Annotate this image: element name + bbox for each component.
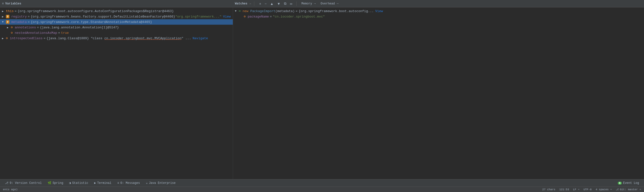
watches-add-btn[interactable]: + — [258, 1, 262, 6]
terminal-icon: ▶ — [94, 181, 96, 185]
bottom-toolbar: ⎇ 9: Version Control 🌿 Spring ◑ Statisti… — [0, 179, 644, 187]
tab-statistic[interactable]: ◑ Statistic — [66, 180, 91, 186]
icon-orange-introspected: ⊙ — [6, 36, 8, 40]
variables-title-text: Variables — [5, 2, 21, 5]
watch-paren-close: ) — [293, 9, 295, 13]
status-indent-text: 4 spaces ÷ — [596, 188, 612, 191]
expand-arrow-metadata: ▼ — [2, 20, 5, 23]
tab-messages-label: 0: Messages — [120, 181, 140, 185]
watches-remove-btn[interactable]: − — [264, 1, 268, 6]
var-value-this: {org.springframework.boot.autoconfigure.… — [18, 9, 174, 13]
expand-arrow-annotations: ▶ — [7, 26, 10, 29]
var-link-introspected[interactable]: Navigate — [192, 36, 208, 40]
var-name-introspected: introspectedClass — [10, 36, 43, 40]
watches-toolbar: + − ▲ ▼ ⧉ ∞ — [258, 1, 293, 6]
var-value-introspected: {java.lang.Class@1889} — [46, 36, 89, 40]
var-value-string-plain-introspected: "class — [89, 36, 104, 40]
status-encoding-text: UTF-8 — [584, 188, 592, 191]
watches-down-btn[interactable]: ▼ — [276, 1, 282, 6]
tab-spring-label: Spring — [53, 181, 63, 185]
icon-orange-annotations: ⊙ — [11, 25, 13, 29]
status-line-ending[interactable]: LF ÷ — [573, 188, 580, 191]
statistic-icon: ◑ — [69, 181, 71, 185]
var-equals-this: = — [14, 9, 16, 13]
watch-equals-packageName: = — [270, 15, 272, 18]
overhead-tab[interactable]: Overhead → — [320, 2, 338, 5]
tab-terminal[interactable]: ▶ Terminal — [91, 180, 114, 186]
watch-link-0[interactable]: View — [375, 9, 383, 13]
variables-panel-icon: ≡ — [2, 2, 4, 5]
tab-event-log-label: Event Log — [623, 181, 639, 185]
git-icon: ⎇ — [616, 188, 619, 191]
watches-title: Watches — [235, 2, 247, 5]
status-bar: ents ago) 27 chars 121:53 LF ÷ UTF-8 4 s… — [0, 187, 644, 192]
status-line-ending-text: LF ÷ — [573, 188, 580, 191]
status-branch-text: Git: master ÷ — [620, 188, 641, 191]
var-value-registry: {org.springframework.beans.factory.suppo… — [31, 15, 175, 18]
var-value-end-introspected: " — [182, 36, 183, 40]
tab-version-control[interactable]: ⎇ 9: Version Control — [2, 180, 45, 186]
var-equals-annotations: = — [37, 26, 39, 29]
var-row-registry[interactable]: ▶ p registry = {org.springframework.bean… — [0, 14, 233, 19]
version-control-icon: ⎇ — [5, 181, 8, 185]
messages-icon: ≡ — [118, 181, 119, 185]
variables-header: ≡ Variables — [0, 0, 233, 7]
watch-row-packageName[interactable]: ▶ ⊙ packageName = "cn.iocoder.springboot… — [233, 14, 644, 19]
watches-infinity-btn[interactable]: ∞ — [289, 1, 293, 6]
watches-arrow: → — [249, 2, 251, 5]
expand-arrow-registry: ▶ — [2, 15, 5, 18]
var-value-string-registry: "org.springframework..." — [175, 15, 222, 18]
header-divider — [254, 1, 254, 6]
var-equals-metadata: = — [28, 20, 30, 24]
watch-value-packageName: "cn.iocoder.springboot.mvc" — [273, 15, 325, 18]
var-row-annotations[interactable]: ▶ ⊙ annotations = {java.lang.annotation.… — [0, 25, 233, 30]
var-name-nested: nestedAnnotationsAsMap — [15, 31, 57, 35]
var-value-metadata: {org.springframework.core.type.StandardA… — [31, 20, 152, 24]
status-left-text: ents ago) — [3, 188, 18, 191]
var-value-nested: true — [61, 31, 69, 35]
spring-icon: 🌿 — [48, 181, 52, 185]
var-equals-introspected: = — [44, 36, 46, 40]
watches-up-btn[interactable]: ▲ — [269, 1, 274, 6]
status-position-text: 121:53 — [559, 188, 569, 191]
var-value-underline-introspected: cn.iocoder.springboot.mvc.MVCApplication — [104, 36, 182, 40]
expand-arrow-watch-0: ▼ — [235, 10, 238, 12]
tab-spring[interactable]: 🌿 Spring — [45, 180, 66, 186]
tab-java-enterprise[interactable]: ☕ Java Enterprise — [143, 180, 178, 186]
var-row-introspectedClass[interactable]: ▶ ⊙ introspectedClass = {java.lang.Class… — [0, 35, 233, 41]
icon-orange-nested: ⊙ — [11, 31, 13, 35]
eq-icon-watch-0: ∞ — [239, 9, 241, 13]
var-link-registry[interactable]: View — [223, 15, 230, 18]
watch-value-0: {org.springframework.boot.autoconfig... — [298, 9, 374, 13]
status-position[interactable]: 121:53 — [559, 188, 569, 191]
event-log-badge: 6 — [618, 182, 622, 185]
var-row-this[interactable]: ▶ this = {org.springframework.boot.autoc… — [0, 8, 233, 14]
icon-p-metadata: p — [6, 20, 10, 24]
status-encoding[interactable]: UTF-8 — [584, 188, 592, 191]
tab-messages[interactable]: ≡ 0: Messages — [114, 181, 143, 186]
status-bar-right: 27 chars 121:53 LF ÷ UTF-8 4 spaces ÷ ⎇ … — [542, 188, 641, 191]
watches-content: ▼ ∞ new PackageImport ( metadata ) = {or… — [233, 7, 644, 179]
watch-equals-0: = — [296, 9, 298, 13]
tab-java-enterprise-label: Java Enterprise — [149, 181, 176, 185]
watch-class-name: PackageImport — [250, 9, 275, 13]
tab-statistic-label: Statistic — [72, 181, 88, 185]
status-indent[interactable]: 4 spaces ÷ — [596, 188, 612, 191]
expand-arrow-introspected: ▶ — [2, 37, 5, 40]
tab-event-log[interactable]: 6 Event Log — [615, 181, 642, 186]
memory-tab[interactable]: Memory → — [302, 2, 316, 5]
watch-name-packageName: packageName — [248, 15, 269, 18]
var-row-nestedAnnotationsAsMap[interactable]: ▶ ⊙ nestedAnnotationsAsMap = true — [0, 30, 233, 35]
tab-terminal-label: Terminal — [97, 181, 112, 185]
watch-new-keyword: new — [243, 9, 250, 13]
status-chars[interactable]: 27 chars — [542, 188, 555, 191]
var-row-metadata[interactable]: ▼ p metadata = {org.springframework.core… — [0, 19, 233, 25]
status-bar-left: ents ago) — [3, 188, 537, 191]
header-divider-2 — [296, 1, 296, 6]
watches-copy-btn[interactable]: ⧉ — [283, 1, 288, 6]
var-name-annotations: annotations — [15, 26, 36, 29]
watch-row-new-packageimport[interactable]: ▼ ∞ new PackageImport ( metadata ) = {or… — [233, 8, 644, 14]
status-branch[interactable]: ⎇ Git: master ÷ — [616, 188, 641, 191]
variables-panel: ≡ Variables ▶ this = {org.springframewor… — [0, 0, 233, 179]
var-name-metadata: metadata — [11, 20, 27, 24]
